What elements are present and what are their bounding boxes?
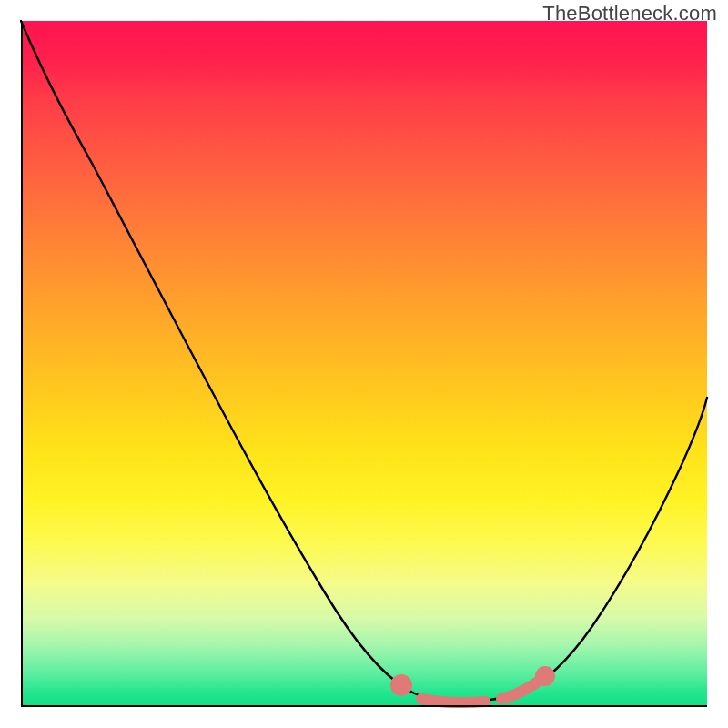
svg-point-1	[541, 672, 550, 681]
sweet-spot-highlight-group	[396, 672, 550, 703]
watermark-text: TheBottleneck.com	[542, 2, 717, 25]
bottleneck-chart: TheBottleneck.com	[0, 0, 728, 728]
chart-svg	[21, 21, 707, 707]
bottleneck-curve-path	[21, 21, 707, 702]
svg-point-0	[396, 680, 407, 691]
